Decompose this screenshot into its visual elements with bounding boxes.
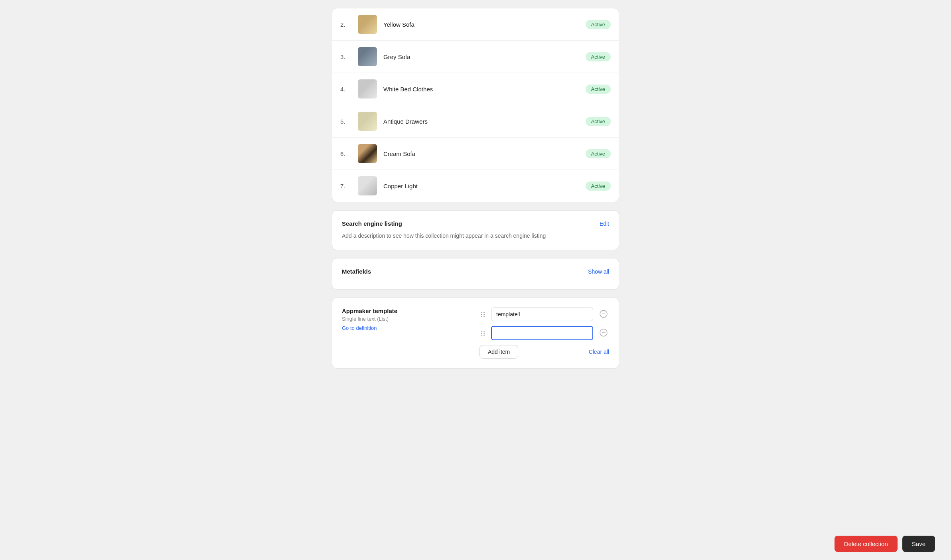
product-thumbnail [358, 176, 377, 195]
row-number: 5. [340, 118, 351, 125]
template-row-1 [479, 308, 609, 321]
metafields-title: Metafields [342, 268, 371, 275]
drag-dot [483, 335, 485, 336]
drag-dot [481, 333, 482, 334]
row-number: 2. [340, 21, 351, 28]
drag-dot [481, 335, 482, 336]
appmaker-info: Appmaker template Single line text (List… [342, 308, 472, 331]
product-name: Antique Drawers [383, 118, 579, 125]
remove-template-1-button[interactable] [598, 308, 609, 321]
metafields-card: Metafields Show all [332, 258, 619, 290]
product-name: Copper Light [383, 183, 579, 189]
status-badge: Active [586, 85, 611, 94]
appmaker-footer: Add item Clear all [479, 345, 609, 359]
product-name: Yellow Sofa [383, 21, 579, 28]
metafields-show-all-button[interactable]: Show all [588, 268, 609, 275]
status-badge: Active [586, 52, 611, 61]
product-name: White Bed Clothes [383, 86, 579, 93]
row-number: 7. [340, 183, 351, 189]
product-row-3: 3. Grey Sofa Active [332, 41, 619, 73]
add-item-button[interactable]: Add item [479, 345, 518, 359]
drag-dot [483, 333, 485, 334]
drag-dot [481, 312, 482, 313]
drag-dot [483, 316, 485, 317]
status-badge: Active [586, 20, 611, 29]
search-engine-title: Search engine listing [342, 220, 402, 227]
appmaker-definition-link[interactable]: Go to definition [342, 325, 377, 331]
row-number: 6. [340, 150, 351, 157]
product-thumbnail [358, 15, 377, 34]
product-list-card: 2. Yellow Sofa Active 3. Grey Sofa Activ… [332, 8, 619, 202]
product-row-4: 4. White Bed Clothes Active [332, 73, 619, 105]
drag-dot [481, 331, 482, 332]
product-thumbnail [358, 112, 377, 131]
search-engine-edit-button[interactable]: Edit [600, 221, 609, 227]
template-row-2 [479, 326, 609, 340]
product-row-6: 6. Cream Sofa Active [332, 138, 619, 170]
product-row-2: 2. Yellow Sofa Active [332, 8, 619, 41]
product-name: Cream Sofa [383, 150, 579, 157]
product-thumbnail [358, 79, 377, 99]
appmaker-template-card: Appmaker template Single line text (List… [332, 298, 619, 369]
product-name: Grey Sofa [383, 53, 579, 60]
row-number: 4. [340, 86, 351, 93]
drag-dot [483, 314, 485, 315]
product-thumbnail [358, 144, 377, 163]
status-badge: Active [586, 181, 611, 191]
bottom-action-bar: Delete collection Save [835, 536, 935, 552]
search-engine-listing-card: Search engine listing Edit Add a descrip… [332, 210, 619, 250]
row-number: 3. [340, 53, 351, 60]
search-engine-description: Add a description to see how this collec… [342, 232, 609, 240]
product-thumbnail [358, 47, 377, 66]
delete-collection-button[interactable]: Delete collection [835, 536, 898, 552]
drag-handle[interactable] [479, 329, 486, 337]
product-row-7: 7. Copper Light Active [332, 170, 619, 202]
product-row-5: 5. Antique Drawers Active [332, 105, 619, 138]
appmaker-subtitle: Single line text (List) [342, 316, 472, 322]
status-badge: Active [586, 149, 611, 158]
status-badge: Active [586, 117, 611, 126]
remove-template-2-button[interactable] [598, 327, 609, 339]
template-input-2[interactable] [491, 326, 593, 340]
drag-dot [481, 314, 482, 315]
drag-dot [483, 331, 485, 332]
appmaker-title: Appmaker template [342, 308, 472, 314]
clear-all-button[interactable]: Clear all [589, 349, 609, 355]
save-button[interactable]: Save [902, 536, 935, 552]
drag-handle[interactable] [479, 310, 486, 319]
drag-dot [481, 316, 482, 317]
template-input-1[interactable] [491, 308, 593, 321]
drag-dot [483, 312, 485, 313]
